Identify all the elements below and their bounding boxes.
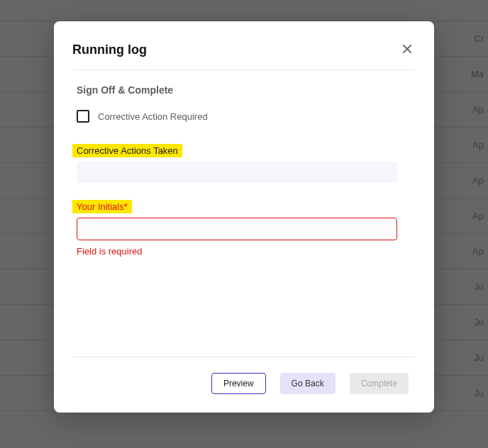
section-heading: Sign Off & Complete <box>77 84 416 96</box>
go-back-button[interactable]: Go Back <box>280 373 336 394</box>
initials-label: Your Initials* <box>72 200 132 213</box>
corrective-action-checkbox-label: Corrective Action Required <box>98 111 208 122</box>
initials-error-message: Field is required <box>77 246 416 257</box>
corrective-action-checkbox-row: Corrective Action Required <box>77 110 416 123</box>
close-icon <box>401 43 413 57</box>
preview-button[interactable]: Preview <box>211 373 266 394</box>
corrective-actions-label: Corrective Actions Taken <box>72 144 182 157</box>
initials-input[interactable] <box>77 218 397 240</box>
modal-body: Sign Off & Complete Corrective Action Re… <box>72 70 416 357</box>
modal-header: Running log <box>72 41 416 70</box>
corrective-action-checkbox[interactable] <box>77 110 89 123</box>
modal-title: Running log <box>72 43 147 57</box>
close-button[interactable] <box>399 41 416 58</box>
corrective-actions-input[interactable] <box>77 162 397 183</box>
corrective-actions-field: Corrective Actions Taken <box>72 144 416 183</box>
complete-button[interactable]: Complete <box>350 373 409 394</box>
running-log-modal: Running log Sign Off & Complete Correcti… <box>54 21 434 413</box>
modal-footer: Preview Go Back Complete <box>72 357 416 394</box>
initials-field: Your Initials* Field is required <box>72 200 416 257</box>
